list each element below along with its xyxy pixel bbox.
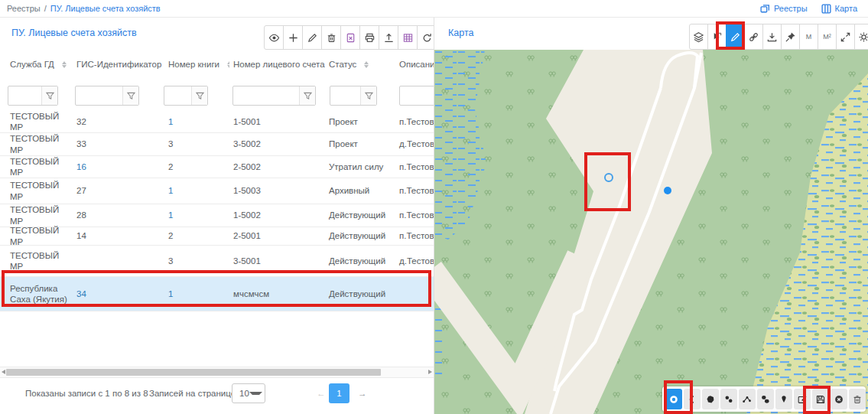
table-row[interactable]: ТЕСТОВЫЙ МР 33 3 3-5002 Проект д.Тестовк… <box>0 133 434 156</box>
breadcrumb-separator: / <box>44 4 47 13</box>
registries-icon <box>760 4 770 14</box>
marker-tool-button[interactable] <box>775 389 792 409</box>
print-button[interactable] <box>359 25 379 50</box>
export-excel-icon <box>345 32 356 44</box>
link-button[interactable] <box>744 24 763 50</box>
select-button[interactable] <box>707 24 727 50</box>
columns-icon <box>402 32 414 44</box>
layers-button[interactable] <box>689 24 708 50</box>
filter-account <box>232 86 316 106</box>
filter-service-input[interactable] <box>8 86 41 105</box>
line-tool-icon <box>687 394 697 405</box>
delete-button[interactable] <box>321 25 341 50</box>
polygon-tool-button[interactable] <box>702 389 719 409</box>
prev-page-button[interactable]: ← <box>317 389 326 398</box>
columns-button[interactable] <box>398 25 418 50</box>
filter-book-input[interactable] <box>164 86 191 105</box>
pin-button[interactable] <box>781 24 800 50</box>
table-row-selected[interactable]: Республика Саха (Якутия) 34 1 мчсмчсм Де… <box>0 277 434 311</box>
delete-geometry-icon <box>852 394 863 405</box>
nav-map[interactable]: Карта <box>821 4 857 14</box>
page-1-button[interactable]: 1 <box>329 383 349 403</box>
filter-icon[interactable] <box>299 86 315 105</box>
select-icon <box>711 31 723 43</box>
horizontal-scrollbar[interactable] <box>0 367 434 378</box>
filter-icon[interactable] <box>191 86 207 105</box>
filter-gis <box>75 86 139 106</box>
edit-geometry-button[interactable] <box>794 389 811 409</box>
per-page-select[interactable]: 10 <box>232 383 265 403</box>
filter-icon[interactable] <box>122 86 138 105</box>
pagination-bar: Показаны записи с 1 по 8 из 8 Записей на… <box>0 378 434 410</box>
column-header-book[interactable]: Номер книги <box>164 60 229 69</box>
table-row[interactable]: ТЕСТОВЫЙ МР 32 1 1-5001 Проект п.Тестовы… <box>0 111 434 133</box>
map-panel-title: Карта <box>448 28 473 38</box>
map-canvas[interactable] <box>434 50 868 414</box>
circle-tool-icon <box>668 394 679 405</box>
layers-icon <box>693 31 704 43</box>
table-column-headers: Служба ГД ГИС-Идентификатор Номер книги … <box>0 50 434 80</box>
table-row[interactable]: ТЕСТОВЫЙ МР 16 2 2-5002 Утратил силу п.Т… <box>0 156 434 178</box>
map-point-feature[interactable] <box>664 187 671 194</box>
edit-icon <box>307 32 318 44</box>
table-row[interactable]: ТЕСТОВЫЙ МР 3 3-5001 Действующий д.Тесто… <box>0 246 434 277</box>
column-header-status[interactable]: Статус <box>325 60 395 69</box>
breadcrumb-section[interactable]: Реестры <box>7 4 41 13</box>
multipolygon-tool-icon <box>760 394 771 405</box>
next-page-button[interactable]: → <box>358 389 367 398</box>
map-toolbar: М М² <box>689 24 868 50</box>
fullscreen-icon <box>840 31 851 43</box>
breadcrumb: Реестры / ПУ. Лицевые счета хозяйств <box>0 4 161 13</box>
multipoint-tool-button[interactable] <box>720 389 737 409</box>
vertices-tool-button[interactable] <box>739 389 756 409</box>
table-toolbar <box>264 25 437 50</box>
line-tool-button[interactable] <box>684 389 701 409</box>
view-button[interactable] <box>264 25 284 50</box>
column-header-desc[interactable]: Описани <box>395 60 434 69</box>
map-icon <box>821 4 831 14</box>
circle-tool-button[interactable] <box>665 389 682 409</box>
export-excel-button[interactable] <box>340 25 360 50</box>
filter-desc-input[interactable] <box>400 86 437 105</box>
vertices-tool-icon <box>742 394 753 405</box>
delete-icon <box>326 32 337 44</box>
save-button[interactable] <box>812 389 829 409</box>
measure-area-button[interactable]: М² <box>818 24 837 50</box>
upload-button[interactable] <box>379 25 398 50</box>
settings-button[interactable] <box>854 24 868 50</box>
add-button[interactable] <box>283 25 303 50</box>
nav-registries[interactable]: Реестры <box>760 4 808 14</box>
sort-icon[interactable] <box>62 61 67 68</box>
cancel-button[interactable] <box>831 389 847 409</box>
filter-account-input[interactable] <box>233 86 299 105</box>
top-nav: Реестры Карта <box>760 4 868 14</box>
multipolygon-tool-button[interactable] <box>757 389 774 409</box>
scroll-left-icon[interactable] <box>2 370 5 374</box>
download-button[interactable] <box>762 24 782 50</box>
filter-status-input[interactable] <box>330 86 360 105</box>
add-icon <box>288 32 299 44</box>
upload-icon <box>383 32 395 44</box>
filter-icon[interactable] <box>41 86 57 105</box>
filter-icon[interactable] <box>360 86 376 105</box>
cancel-icon <box>834 394 844 405</box>
column-header-gis[interactable]: ГИС-Идентификатор <box>73 60 164 69</box>
scrollbar-thumb[interactable] <box>6 369 381 376</box>
edit-button[interactable] <box>302 25 322 50</box>
save-icon <box>815 394 826 405</box>
table-row[interactable]: ТЕСТОВЫЙ МР 28 1 1-5002 Действующий п.Те… <box>0 204 434 227</box>
measure-length-button[interactable]: М <box>799 24 818 50</box>
fullscreen-button[interactable] <box>836 24 855 50</box>
multipoint-tool-icon <box>723 394 734 405</box>
delete-geometry-button[interactable] <box>849 389 866 409</box>
table-row[interactable]: ТЕСТОВЫЙ МР 27 1 1-5003 Архивный п.Тесто… <box>0 178 434 204</box>
sort-icon[interactable] <box>364 61 369 68</box>
scroll-right-icon[interactable] <box>428 370 432 374</box>
filter-gis-input[interactable] <box>76 86 122 105</box>
column-header-account[interactable]: Номер лицевого счета <box>229 60 325 69</box>
draw-button[interactable] <box>726 24 745 50</box>
nav-registries-label: Реестры <box>774 4 808 13</box>
panel-splitter[interactable] <box>434 17 434 414</box>
table-row[interactable]: ТЕСТОВЫЙ МР 14 2 2-5001 Действующий п.Те… <box>0 227 434 246</box>
column-header-service[interactable]: Служба ГД <box>0 60 73 69</box>
